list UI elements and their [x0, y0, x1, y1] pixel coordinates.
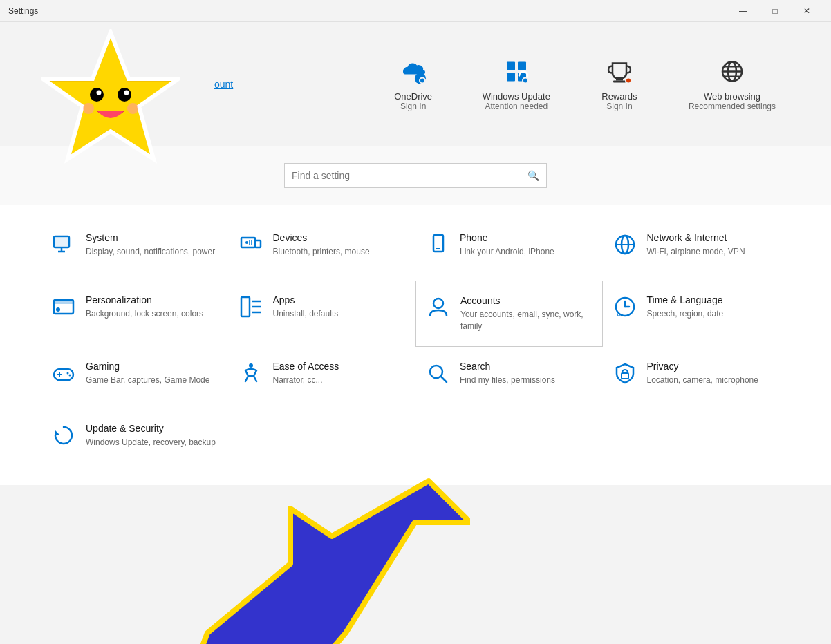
settings-item-system[interactable]: System Display, sound, notifications, po…: [41, 218, 229, 281]
settings-text-system: System Display, sound, notifications, po…: [86, 232, 215, 258]
star-mascot: [41, 29, 180, 140]
onedrive-subtitle: Sign In: [400, 101, 426, 111]
settings-item-accounts[interactable]: Accounts Your accounts, email, sync, wor…: [416, 281, 603, 347]
settings-desc-search: Find my files, permissions: [460, 375, 555, 386]
settings-desc-network: Wi-Fi, airplane mode, VPN: [647, 246, 745, 258]
settings-title-time-language: Time & Language: [647, 294, 724, 305]
settings-text-apps: Apps Uninstall, defaults: [273, 294, 339, 320]
settings-title-accounts: Accounts: [460, 295, 591, 306]
svg-rect-56: [622, 373, 628, 379]
svg-point-37: [56, 307, 60, 312]
settings-desc-personalization: Background, lock screen, colors: [86, 308, 203, 320]
maximize-button[interactable]: □: [759, 0, 791, 22]
svg-marker-58: [166, 481, 470, 644]
settings-title-phone: Phone: [460, 232, 554, 243]
banner-item-onedrive[interactable]: OneDrive Sign In: [386, 57, 441, 111]
banner-item-web-browsing[interactable]: Web browsing Recommended settings: [689, 57, 776, 111]
window-controls: — □ ✕: [727, 0, 823, 22]
settings-item-personalization[interactable]: Personalization Background, lock screen,…: [41, 281, 229, 347]
settings-text-search: Search Find my files, permissions: [460, 361, 555, 386]
search-bar: 🔍: [284, 163, 547, 188]
svg-marker-57: [55, 430, 60, 435]
time-language-icon: A: [614, 296, 636, 318]
settings-text-accounts: Accounts Your accounts, email, sync, wor…: [460, 295, 591, 332]
svg-rect-15: [613, 80, 626, 82]
banner-item-windows-update[interactable]: Windows Update Attention needed: [483, 57, 550, 111]
settings-item-apps[interactable]: Apps Uninstall, defaults: [229, 281, 416, 347]
arrow-overlay: [138, 467, 470, 644]
settings-text-network: Network & Internet Wi-Fi, airplane mode,…: [647, 232, 745, 258]
settings-item-devices[interactable]: Devices Bluetooth, printers, mouse: [229, 218, 416, 281]
gaming-icon: [53, 362, 75, 384]
svg-point-2: [90, 88, 104, 102]
svg-rect-10: [518, 61, 526, 70]
search-input[interactable]: [292, 170, 527, 181]
svg-line-55: [441, 377, 447, 382]
svg-rect-38: [241, 297, 250, 316]
svg-point-27: [245, 241, 248, 244]
settings-desc-time-language: Speech, region, date: [647, 308, 724, 320]
svg-text:A: A: [617, 312, 621, 318]
settings-item-phone[interactable]: Phone Link your Android, iPhone: [416, 218, 603, 281]
apps-icon: [240, 296, 262, 318]
settings-item-time-language[interactable]: A Time & Language Speech, region, date: [603, 281, 790, 347]
update-security-icon: [53, 424, 75, 446]
svg-point-42: [433, 299, 443, 308]
devices-icon: [240, 234, 262, 256]
settings-item-ease-of-access[interactable]: Ease of Access Narrator, cc...: [229, 347, 416, 409]
title-bar: Settings — □ ✕: [0, 0, 831, 22]
windows-update-icon: [503, 57, 530, 85]
settings-desc-system: Display, sound, notifications, power: [86, 246, 215, 258]
settings-desc-update-security: Windows Update, recovery, backup: [86, 437, 216, 448]
svg-rect-11: [507, 73, 515, 81]
ease-of-access-icon: [240, 362, 262, 384]
search-settings-icon: [427, 362, 449, 384]
network-icon: [614, 234, 636, 256]
settings-desc-devices: Bluetooth, printers, mouse: [273, 246, 370, 258]
settings-item-search[interactable]: Search Find my files, permissions: [416, 347, 603, 409]
account-link[interactable]: ount: [214, 79, 233, 90]
settings-text-time-language: Time & Language Speech, region, date: [647, 294, 724, 320]
settings-desc-apps: Uninstall, defaults: [273, 308, 339, 320]
web-browsing-subtitle: Recommended settings: [689, 101, 776, 111]
settings-desc-privacy: Location, camera, microphone: [647, 375, 758, 386]
top-banner: ount OneDrive Sign In: [0, 22, 831, 146]
minimize-button[interactable]: —: [727, 0, 759, 22]
settings-desc-gaming: Game Bar, captures, Game Mode: [86, 375, 209, 386]
settings-text-devices: Devices Bluetooth, printers, mouse: [273, 232, 370, 258]
settings-title-devices: Devices: [273, 232, 370, 243]
banner-item-rewards[interactable]: Rewards Sign In: [592, 57, 647, 111]
settings-text-personalization: Personalization Background, lock screen,…: [86, 294, 203, 320]
phone-icon: [427, 234, 449, 256]
settings-grid: System Display, sound, notifications, po…: [0, 205, 831, 485]
settings-item-privacy[interactable]: Privacy Location, camera, microphone: [603, 347, 790, 409]
svg-point-50: [67, 372, 69, 374]
settings-item-network[interactable]: Network & Internet Wi-Fi, airplane mode,…: [603, 218, 790, 281]
onedrive-title: OneDrive: [394, 91, 432, 101]
settings-title-gaming: Gaming: [86, 361, 209, 372]
settings-desc-phone: Link your Android, iPhone: [460, 246, 554, 258]
settings-item-update-security[interactable]: Update & Security Windows Update, recove…: [41, 409, 229, 471]
settings-title-ease-of-access: Ease of Access: [273, 361, 339, 372]
close-button[interactable]: ✕: [791, 0, 823, 22]
privacy-icon: [614, 362, 636, 384]
svg-point-52: [249, 363, 253, 368]
personalization-icon: [53, 296, 75, 318]
settings-item-gaming[interactable]: Gaming Game Bar, captures, Game Mode: [41, 347, 229, 409]
system-icon: [53, 234, 75, 256]
rewards-subtitle: Sign In: [606, 101, 632, 111]
settings-text-phone: Phone Link your Android, iPhone: [460, 232, 554, 258]
settings-text-ease-of-access: Ease of Access Narrator, cc...: [273, 361, 339, 386]
settings-text-gaming: Gaming Game Bar, captures, Game Mode: [86, 361, 209, 386]
settings-desc-ease-of-access: Narrator, cc...: [273, 375, 339, 386]
star-icon: [41, 29, 180, 167]
web-browsing-icon: [718, 57, 746, 85]
svg-point-6: [83, 103, 94, 114]
onedrive-badge: [419, 77, 426, 84]
svg-point-7: [127, 103, 138, 114]
svg-rect-9: [507, 61, 515, 70]
web-browsing-title: Web browsing: [704, 91, 760, 101]
svg-point-51: [69, 374, 71, 376]
settings-title-apps: Apps: [273, 294, 339, 305]
onedrive-icon: [400, 57, 427, 85]
